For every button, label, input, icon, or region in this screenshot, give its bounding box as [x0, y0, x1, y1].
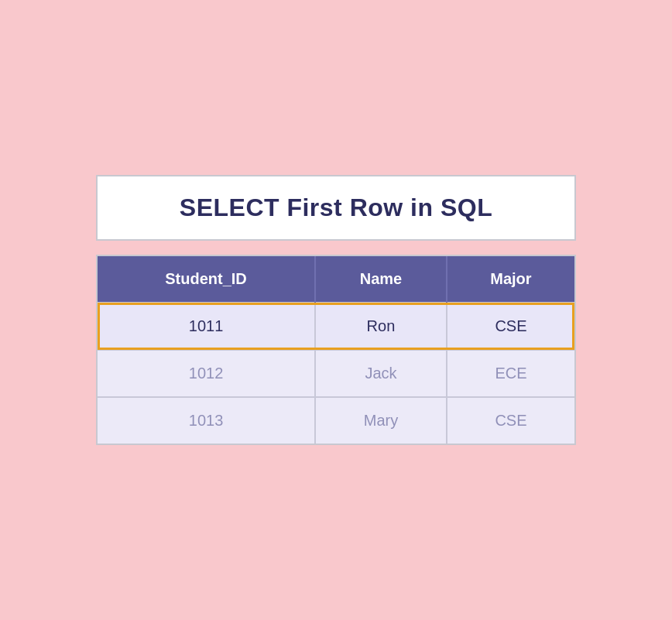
cell-name-0: Ron — [315, 303, 447, 350]
col-header-student-id: Student_ID — [98, 256, 315, 303]
title-box: SELECT First Row in SQL — [96, 175, 576, 241]
col-header-name: Name — [315, 256, 447, 303]
cell-id-0: 1011 — [98, 303, 315, 350]
table-row: 1011RonCSE — [98, 303, 574, 350]
cell-major-0: CSE — [447, 303, 574, 350]
cell-name-2: Mary — [315, 397, 447, 444]
table-wrapper: Student_ID Name Major 1011RonCSE1012Jack… — [96, 255, 576, 445]
cell-id-1: 1012 — [98, 350, 315, 397]
col-header-major: Major — [447, 256, 574, 303]
main-container: SELECT First Row in SQL Student_ID Name … — [96, 175, 576, 445]
table-header-row: Student_ID Name Major — [98, 256, 574, 303]
table-row: 1012JackECE — [98, 350, 574, 397]
cell-id-2: 1013 — [98, 397, 315, 444]
cell-name-1: Jack — [315, 350, 447, 397]
data-table: Student_ID Name Major 1011RonCSE1012Jack… — [98, 256, 574, 444]
table-row: 1013MaryCSE — [98, 397, 574, 444]
cell-major-1: ECE — [447, 350, 574, 397]
cell-major-2: CSE — [447, 397, 574, 444]
page-title: SELECT First Row in SQL — [180, 194, 492, 221]
